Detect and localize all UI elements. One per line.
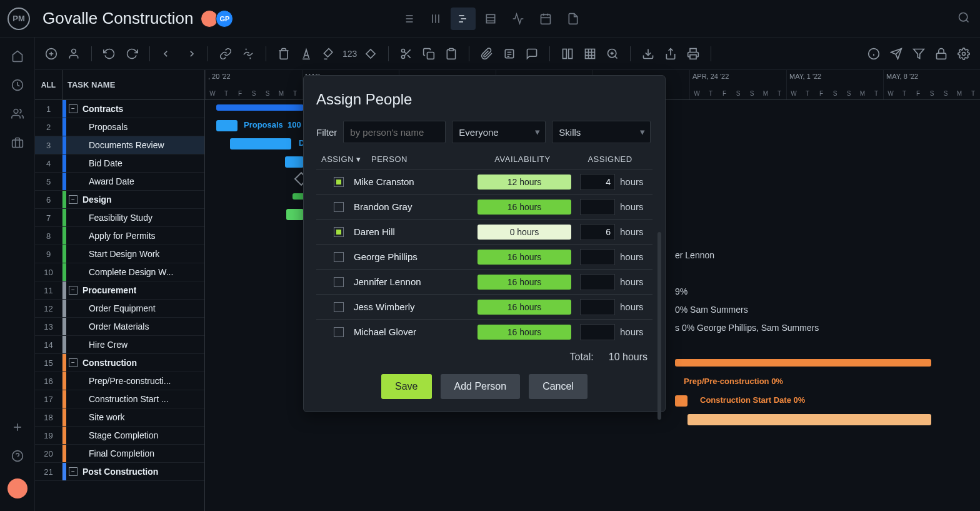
files-view-icon[interactable] (561, 8, 586, 30)
task-row[interactable]: 6−Design (35, 191, 204, 209)
th-assign[interactable]: ASSIGN ▾ (321, 154, 371, 164)
info-icon[interactable] (865, 45, 882, 63)
current-user-avatar[interactable] (8, 478, 28, 498)
people-scrollbar[interactable] (658, 232, 661, 420)
skills-dropdown[interactable]: Skills▾ (552, 121, 651, 143)
task-row[interactable]: 12Order Equipment (35, 300, 204, 318)
outdent-icon[interactable] (159, 45, 176, 63)
assign-checkbox[interactable] (334, 302, 344, 312)
sheet-view-icon[interactable] (478, 8, 503, 30)
help-icon[interactable] (10, 450, 25, 462)
team-icon[interactable] (10, 108, 25, 120)
add-icon[interactable] (10, 421, 25, 433)
task-row[interactable]: 4Bid Date (35, 154, 204, 173)
attach-icon[interactable] (478, 45, 496, 63)
task-row[interactable]: 3Documents Review (35, 136, 204, 154)
calendar-view-icon[interactable] (533, 8, 558, 30)
avatar[interactable]: GP (216, 10, 233, 28)
add-person-button[interactable]: Add Person (441, 374, 521, 399)
gantt-bar-proposals[interactable] (216, 120, 238, 131)
assigned-hours-input[interactable] (580, 199, 615, 215)
task-row[interactable]: 19Stage Completion (35, 427, 204, 445)
gantt-bar-constr-start[interactable] (675, 395, 688, 407)
add-task-icon[interactable] (42, 45, 60, 63)
gantt-bar-construction[interactable] (675, 359, 931, 367)
task-row[interactable]: 8Apply for Permits (35, 227, 204, 245)
task-row[interactable]: 20Final Completion (35, 445, 204, 463)
cancel-button[interactable]: Cancel (529, 374, 588, 399)
task-row[interactable]: 18Site work (35, 408, 204, 427)
highlight-icon[interactable] (320, 45, 338, 63)
text-color-icon[interactable] (298, 45, 315, 63)
avatar-group[interactable]: GP (203, 10, 233, 28)
task-row[interactable]: 7Feasibility Study (35, 209, 204, 227)
columns-icon[interactable] (559, 45, 576, 63)
grid-icon[interactable] (581, 45, 599, 63)
zoom-icon[interactable] (604, 45, 621, 63)
undo-icon[interactable] (101, 45, 118, 63)
search-icon[interactable] (958, 11, 970, 26)
gantt-bar-docs[interactable] (230, 138, 291, 149)
assign-checkbox[interactable] (334, 177, 344, 187)
task-row[interactable]: 17Construction Start ... (35, 390, 204, 408)
cut-icon[interactable] (398, 45, 415, 63)
assign-checkbox[interactable] (334, 327, 344, 337)
indent-icon[interactable] (181, 45, 199, 63)
task-row[interactable]: 5Award Date (35, 173, 204, 191)
task-row[interactable]: 11−Procurement (35, 281, 204, 300)
copy-icon[interactable] (420, 45, 438, 63)
recent-icon[interactable] (10, 79, 25, 91)
scope-dropdown[interactable]: Everyone▾ (452, 121, 546, 143)
logo-icon[interactable]: PM (8, 8, 30, 30)
gantt-bar-sitework[interactable] (688, 414, 931, 425)
briefcase-icon[interactable] (10, 136, 25, 149)
export-icon[interactable] (639, 45, 657, 63)
task-row[interactable]: 2Proposals (35, 118, 204, 136)
collapse-icon[interactable]: − (69, 104, 78, 113)
print-icon[interactable] (684, 45, 702, 63)
gantt-view-icon[interactable] (451, 8, 476, 30)
comment-icon[interactable] (523, 45, 541, 63)
home-icon[interactable] (10, 50, 25, 63)
assign-icon[interactable] (65, 45, 82, 63)
gantt-bar-bid[interactable] (285, 156, 304, 168)
settings-icon[interactable] (955, 45, 972, 63)
assigned-hours-input[interactable] (580, 174, 615, 190)
assigned-hours-input[interactable] (580, 299, 615, 315)
assign-checkbox[interactable] (334, 277, 344, 287)
list-view-icon[interactable] (396, 8, 421, 30)
collapse-icon[interactable]: − (69, 467, 78, 476)
filter-input[interactable] (343, 121, 446, 143)
note-icon[interactable] (501, 45, 518, 63)
assign-checkbox[interactable] (334, 202, 344, 212)
assigned-hours-input[interactable] (580, 224, 615, 240)
paste-icon[interactable] (442, 45, 460, 63)
board-view-icon[interactable] (423, 8, 448, 30)
send-icon[interactable] (888, 45, 905, 63)
col-header-name[interactable]: TASK NAME (62, 70, 204, 99)
assign-checkbox[interactable] (334, 252, 344, 262)
save-button[interactable]: Save (381, 374, 431, 399)
gantt-bar-feasibility[interactable] (286, 209, 304, 220)
collapse-icon[interactable]: − (69, 195, 78, 204)
collapse-icon[interactable]: − (69, 358, 78, 367)
activity-view-icon[interactable] (506, 8, 531, 30)
unlink-icon[interactable] (239, 45, 257, 63)
task-row[interactable]: 14Hire Crew (35, 336, 204, 354)
task-row[interactable]: 16Prep/Pre-constructi... (35, 372, 204, 390)
assigned-hours-input[interactable] (580, 324, 615, 340)
gantt-bar-contracts[interactable] (216, 104, 304, 111)
task-row[interactable]: 13Order Materials (35, 318, 204, 336)
lock-icon[interactable] (932, 45, 950, 63)
task-row[interactable]: 21−Post Construction (35, 463, 204, 481)
task-row[interactable]: 9Start Design Work (35, 245, 204, 263)
share-icon[interactable] (662, 45, 679, 63)
task-row[interactable]: 1−Contracts (35, 100, 204, 118)
redo-icon[interactable] (123, 45, 141, 63)
task-row[interactable]: 10Complete Design W... (35, 263, 204, 281)
link-icon[interactable] (217, 45, 234, 63)
task-row[interactable]: 15−Construction (35, 354, 204, 372)
col-header-all[interactable]: ALL (35, 70, 62, 99)
assigned-hours-input[interactable] (580, 249, 615, 265)
filter-icon[interactable] (910, 45, 928, 63)
